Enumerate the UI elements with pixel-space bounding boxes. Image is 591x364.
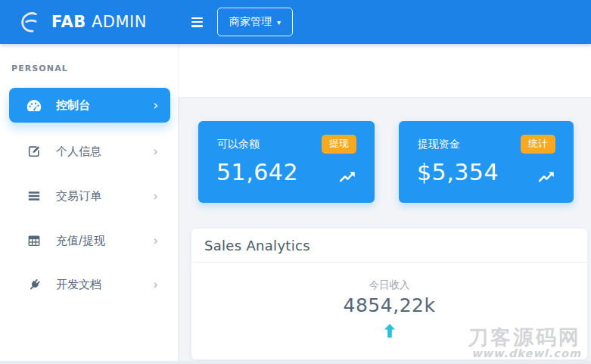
tachometer-icon [26, 98, 42, 113]
sales-analytics-header: Sales Analytics [191, 229, 587, 263]
menu-toggle-icon[interactable] [191, 17, 203, 27]
sidebar-item-orders[interactable]: 交易订单 › [9, 179, 170, 213]
brand-logo-icon [19, 11, 42, 34]
list-icon [26, 188, 42, 204]
sidebar-item-label: 交易订单 [56, 189, 101, 204]
withdraw-badge-button[interactable]: 提现 [322, 135, 356, 154]
today-income-value: 4854,22k [191, 294, 587, 316]
arrow-up-icon [383, 323, 397, 338]
statistics-badge-button[interactable]: 统计 [521, 135, 555, 154]
plug-icon [26, 277, 42, 292]
table-icon [26, 233, 42, 248]
sidebar-item-recharge-withdraw[interactable]: 充值/提现 › [9, 223, 170, 258]
sidebar-item-label: 控制台 [56, 98, 90, 113]
sidebar-item-label: 开发文档 [56, 278, 101, 292]
page-header-band [178, 44, 591, 97]
bottom-edge-strip [0, 361, 591, 364]
trend-up-icon [339, 170, 356, 183]
merchant-dropdown-label: 商家管理 [229, 15, 272, 29]
withdraw-funds-card: 提现资金 统计 $5,354 [399, 121, 574, 203]
sales-analytics-title: Sales Analytics [204, 238, 310, 254]
caret-down-icon: ▾ [277, 19, 281, 26]
sidebar: PERSONAL 控制台 › [0, 44, 178, 364]
withdraw-funds-label: 提现资金 [418, 138, 460, 151]
chevron-right-icon: › [153, 99, 158, 112]
chevron-right-icon: › [153, 190, 158, 203]
balance-card: 可以余额 提现 51,642 [198, 121, 375, 203]
sidebar-item-dev-docs[interactable]: 开发文档 › [9, 267, 170, 302]
edit-icon [26, 144, 42, 159]
balance-card-label: 可以余额 [217, 138, 260, 151]
sidebar-item-label: 充值/提现 [56, 234, 105, 248]
chevron-right-icon: › [153, 145, 158, 158]
withdraw-funds-value: $5,354 [417, 159, 499, 185]
brand-title-bold: FAB [51, 13, 86, 31]
merchant-management-dropdown[interactable]: 商家管理 ▾ [217, 8, 293, 36]
brand-title-regular: ADMIN [92, 13, 147, 31]
brand-title: FAB ADMIN [51, 13, 147, 31]
brand-link[interactable]: FAB ADMIN [0, 0, 178, 44]
chevron-right-icon: › [153, 235, 158, 247]
sidebar-section-label: PERSONAL [11, 64, 68, 73]
trend-up-icon [538, 170, 555, 183]
chevron-right-icon: › [153, 278, 158, 291]
topbar: FAB ADMIN 商家管理 ▾ [0, 0, 591, 44]
sales-analytics-body: 今日收入 4854,22k [191, 263, 587, 341]
sidebar-item-dashboard[interactable]: 控制台 › [9, 88, 170, 123]
sidebar-item-profile[interactable]: 个人信息 › [9, 134, 170, 169]
admin-dashboard: FAB ADMIN 商家管理 ▾ PERSONAL 控制台 › [0, 0, 591, 364]
sales-analytics-card: Sales Analytics 今日收入 4854,22k [191, 229, 587, 359]
today-income-label: 今日收入 [191, 278, 587, 292]
sidebar-item-label: 个人信息 [56, 145, 101, 159]
balance-value: 51,642 [216, 159, 298, 185]
